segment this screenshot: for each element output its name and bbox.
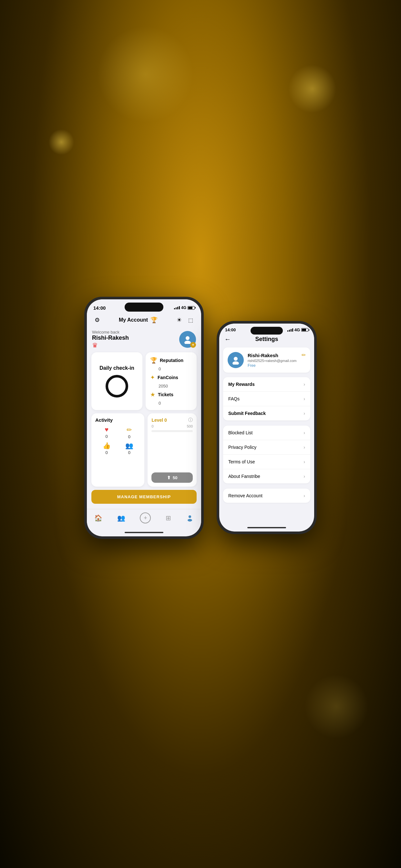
avatar-wrapper[interactable]: + (179, 331, 196, 348)
avatar-plus-btn[interactable]: + (190, 342, 196, 348)
welcome-text-block: Welcome back Rishi-Rakesh ♛ (92, 330, 129, 349)
home-indicator-right (247, 527, 286, 528)
profile-section: Rishi-Rakesh rishi02525+rakesh@gmail.com… (223, 347, 310, 373)
bottom-cards-row: Activity ♥ 0 ✏ 0 👍 (91, 413, 197, 487)
level-card: Level 0 ⓘ 0 500 ⬆ 50 (148, 413, 197, 487)
rewards-label: My Rewards (228, 382, 255, 387)
faqs-chevron: › (304, 396, 305, 401)
app-header: ⚙ My Account 🏆 ☀ ⬚ (87, 314, 201, 327)
activity-heart: ♥ 0 (95, 426, 118, 439)
signal-bar-2 (176, 307, 177, 309)
about-label: About Fanstribe (228, 474, 260, 479)
terms-label: Terms of Use (228, 459, 255, 464)
progress-circle (105, 375, 128, 398)
nav-profile[interactable] (186, 514, 194, 522)
left-phone: 14:00 4G ⚙ My (84, 297, 204, 539)
settings-item-rewards[interactable]: My Rewards › (223, 377, 310, 392)
activity-like: 👍 0 (95, 442, 118, 455)
settings-title: Settings (234, 336, 299, 343)
ticket-icon: ★ (150, 391, 155, 398)
svg-point-3 (188, 519, 192, 522)
edit-profile-btn[interactable]: ✏ (302, 352, 306, 358)
settings-list-top: My Rewards › FAQs › Submit Feedback › (223, 377, 310, 421)
reputation-value: 0 (158, 367, 192, 371)
fancoins-row: ✦ FanCoins (150, 374, 192, 381)
signal-bars (174, 306, 180, 309)
home-indicator-left (125, 532, 163, 533)
r-sig-4 (292, 329, 293, 332)
right-phone-notch (251, 327, 283, 335)
settings-list-remove: Remove Account › (223, 489, 310, 503)
feedback-chevron: › (304, 411, 305, 416)
people-count: 0 (128, 450, 130, 455)
checkin-card[interactable]: Daily check-in (91, 352, 143, 410)
cards-row: Daily check-in 🏆 Reputation 0 ✦ FanCoins (91, 352, 197, 410)
signal-bar-1 (174, 308, 175, 309)
signal-bar-4 (179, 306, 180, 309)
crown-icon: ♛ (92, 342, 98, 349)
r-sig-2 (289, 330, 290, 332)
left-phone-notch (125, 303, 163, 312)
settings-item-blocked[interactable]: Blocked List › (223, 426, 310, 440)
checkin-title: Daily check-in (99, 365, 134, 371)
settings-item-remove[interactable]: Remove Account › (223, 489, 310, 503)
svg-point-0 (186, 336, 189, 340)
profile-info: Rishi-Rakesh rishi02525+rakesh@gmail.com… (248, 352, 306, 368)
level-top: Level 0 ⓘ (151, 417, 193, 423)
username-text: Rishi-Rakesh (92, 335, 129, 341)
settings-item-terms[interactable]: Terms of Use › (223, 455, 310, 469)
activity-title: Activity (95, 417, 141, 423)
privacy-label: Privacy Policy (228, 445, 256, 450)
activity-grid: ♥ 0 ✏ 0 👍 0 � (95, 426, 141, 455)
back-btn[interactable]: ← (224, 336, 231, 343)
nav-grid[interactable]: ⊞ (166, 514, 171, 522)
level-btn-label: 50 (173, 475, 177, 480)
progress-start: 0 (151, 424, 153, 428)
header-title: My Account (119, 317, 148, 323)
bottom-nav: 🏠 👥 + ⊞ (87, 509, 201, 530)
left-time: 14:00 (93, 305, 105, 311)
info-icon[interactable]: ⓘ (188, 417, 193, 423)
level-btn[interactable]: ⬆ 50 (151, 472, 193, 483)
level-label: Level 0 (151, 417, 166, 423)
sun-icon-btn[interactable]: ☀ (175, 315, 184, 324)
settings-item-faqs[interactable]: FAQs › (223, 392, 310, 406)
tickets-label: Tickets (158, 392, 174, 397)
settings-item-about[interactable]: About Fanstribe › (223, 469, 310, 484)
svg-point-5 (233, 361, 239, 365)
settings-item-feedback[interactable]: Submit Feedback › (223, 406, 310, 421)
manage-membership-btn[interactable]: MANAGE MEMBERSHIP (91, 490, 197, 504)
settings-item-privacy[interactable]: Privacy Policy › (223, 440, 310, 455)
svg-point-1 (184, 341, 191, 344)
tickets-value: 0 (158, 401, 192, 406)
settings-avatar (227, 352, 244, 368)
rewards-chevron: › (304, 382, 305, 387)
settings-icon-btn[interactable]: ⚙ (93, 315, 102, 324)
right-phone: 14:00 4G ← Settings (217, 321, 317, 534)
settings-nav: ← Settings (219, 334, 314, 345)
logout-icon-btn[interactable]: ⬚ (186, 315, 195, 324)
svg-point-2 (189, 516, 191, 518)
r-sig-3 (290, 329, 291, 332)
nav-home[interactable]: 🏠 (94, 514, 102, 522)
right-signal-bars (287, 329, 293, 332)
signal-bar-3 (177, 307, 178, 309)
blocked-chevron: › (304, 430, 305, 435)
activity-pencil: ✏ 0 (118, 426, 141, 439)
trophy-icon: 🏆 (150, 316, 158, 323)
right-signal-type: 4G (295, 328, 300, 332)
like-count: 0 (105, 450, 107, 455)
settings-screen: 14:00 4G ← Settings (219, 323, 314, 531)
progress-end: 500 (187, 424, 193, 428)
pencil-count: 0 (128, 434, 130, 439)
stats-card: 🏆 Reputation 0 ✦ FanCoins 2050 ★ Tickets (146, 352, 197, 410)
nav-group[interactable]: 👥 (117, 514, 125, 522)
svg-point-4 (234, 357, 238, 361)
about-chevron: › (304, 474, 305, 479)
left-signal-area: 4G (174, 306, 195, 310)
progress-bar-bg (151, 430, 193, 432)
phones-container: 14:00 4G ⚙ My (84, 297, 317, 539)
heart-count: 0 (105, 434, 107, 439)
nav-add[interactable]: + (140, 513, 151, 523)
reputation-row: 🏆 Reputation (150, 357, 192, 364)
